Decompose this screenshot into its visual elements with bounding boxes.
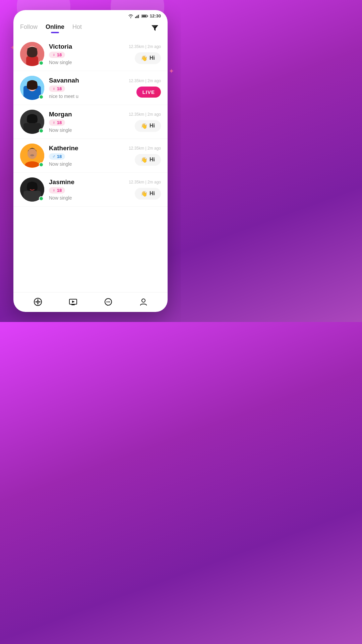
user-meta-morgan: 12.35km | 2m ago 👋 Hi [129, 112, 161, 132]
distance-victoria: 12.35km | 2m ago [129, 44, 161, 49]
user-meta-victoria: 12.35km | 2m ago 👋 Hi [129, 44, 161, 64]
user-status-jasmine: Now single [49, 195, 129, 201]
gender-icon-victoria: ♀ [52, 52, 56, 57]
gender-icon-morgan: ♀ [52, 120, 56, 125]
profile-icon [139, 297, 148, 307]
user-name-morgan: Morgan [49, 111, 129, 118]
age-savannah: 18 [57, 86, 62, 91]
svg-rect-5 [147, 15, 148, 17]
distance-morgan: 12.35km | 2m ago [129, 112, 161, 117]
gender-icon-jasmine: ♀ [52, 188, 56, 193]
svg-rect-2 [138, 15, 139, 18]
nav-item-chat[interactable] [104, 297, 113, 307]
user-info-savannah: Savannah ♀ 18 nice to meet u [49, 77, 129, 99]
avatar-wrap-jasmine [20, 177, 44, 202]
wave-emoji-victoria: 👋 [141, 55, 147, 61]
online-indicator-katherine [39, 162, 44, 167]
svg-rect-1 [136, 16, 137, 18]
nav-item-explore[interactable] [33, 297, 43, 307]
user-meta-jasmine: 12.35km | 2m ago 👋 Hi [129, 180, 161, 200]
tab-hot[interactable]: Hot [72, 23, 82, 33]
avatar-wrap-savannah [20, 76, 44, 100]
user-name-savannah: Savannah [49, 77, 129, 84]
svg-point-40 [142, 299, 145, 302]
user-meta-savannah: 12.35km | 2m ago LIVE [129, 78, 161, 98]
online-indicator-jasmine [39, 196, 44, 201]
user-badge-jasmine: ♀ 18 [49, 187, 65, 194]
user-info-katherine: Katherine ♂ 18 Now single [49, 145, 129, 167]
svg-rect-0 [135, 17, 136, 18]
user-item-jasmine[interactable]: Jasmine ♀ 18 Now single 12.35km | 2m ago… [13, 173, 168, 207]
user-name-victoria: Victoria [49, 43, 129, 50]
signal-icon [135, 14, 140, 18]
status-bar: 12:30 [13, 10, 168, 20]
svg-marker-33 [72, 301, 75, 303]
svg-point-31 [37, 301, 39, 303]
user-status-victoria: Now single [49, 60, 129, 65]
user-name-jasmine: Jasmine [49, 178, 129, 186]
wave-emoji-jasmine: 👋 [141, 191, 147, 197]
age-katherine: 18 [57, 154, 62, 159]
svg-point-37 [106, 302, 107, 303]
chat-icon [104, 297, 113, 307]
svg-rect-3 [139, 14, 140, 18]
user-item-victoria[interactable]: Victoria ♀ 18 Now single 12.35km | 2m ag… [13, 37, 168, 71]
hi-label-katherine: Hi [149, 157, 155, 163]
live-tv-icon [68, 297, 78, 307]
tab-online[interactable]: Online [46, 23, 64, 33]
online-indicator-morgan [39, 128, 44, 133]
hi-label-jasmine: Hi [149, 191, 155, 197]
distance-katherine: 12.35km | 2m ago [129, 146, 161, 151]
svg-point-39 [109, 302, 110, 303]
user-item-savannah[interactable]: Savannah ♀ 18 nice to meet u 12.35km | 2… [13, 71, 168, 105]
online-indicator-victoria [39, 61, 44, 65]
wifi-icon [128, 14, 133, 18]
svg-marker-7 [152, 25, 158, 31]
age-jasmine: 18 [57, 188, 62, 193]
online-indicator-savannah [39, 95, 44, 99]
hi-label-victoria: Hi [149, 55, 155, 61]
wave-emoji-katherine: 👋 [141, 157, 147, 163]
distance-savannah: 12.35km | 2m ago [129, 78, 161, 83]
avatar-wrap-katherine [20, 144, 44, 168]
svg-point-25 [30, 154, 34, 156]
filter-icon [151, 24, 159, 32]
user-item-katherine[interactable]: Katherine ♂ 18 Now single 12.35km | 2m a… [13, 139, 168, 173]
phone-card: 12:30 Follow Online Hot [13, 10, 168, 312]
filter-button[interactable] [149, 22, 161, 34]
hi-button-jasmine[interactable]: 👋 Hi [135, 188, 161, 200]
nav-item-live[interactable] [68, 297, 78, 307]
user-name-katherine: Katherine [49, 145, 129, 152]
svg-rect-35 [73, 304, 73, 305]
bottom-nav [13, 292, 168, 312]
user-info-morgan: Morgan ♀ 18 Now single [49, 111, 129, 133]
hi-button-morgan[interactable]: 👋 Hi [135, 120, 161, 132]
user-status-morgan: Now single [49, 127, 129, 133]
live-button-savannah[interactable]: LIVE [136, 87, 161, 98]
hi-label-morgan: Hi [149, 123, 155, 129]
hi-button-victoria[interactable]: 👋 Hi [135, 52, 161, 64]
user-info-victoria: Victoria ♀ 18 Now single [49, 43, 129, 65]
avatar-wrap-victoria [20, 42, 44, 66]
svg-rect-4 [141, 15, 147, 17]
user-status-savannah: nice to meet u [49, 94, 129, 99]
gender-icon-katherine: ♂ [52, 154, 56, 159]
tabs: Follow Online Hot [20, 23, 82, 33]
user-badge-victoria: ♀ 18 [49, 52, 65, 58]
avatar-wrap-morgan [20, 110, 44, 134]
tab-follow[interactable]: Follow [20, 23, 38, 33]
svg-point-23 [27, 148, 37, 159]
hi-button-katherine[interactable]: 👋 Hi [135, 154, 161, 166]
nav-item-profile[interactable] [139, 297, 148, 307]
gender-icon-savannah: ♀ [52, 86, 56, 91]
user-badge-morgan: ♀ 18 [49, 119, 65, 126]
age-morgan: 18 [57, 120, 62, 125]
svg-rect-6 [142, 15, 146, 17]
user-list: Victoria ♀ 18 Now single 12.35km | 2m ag… [13, 34, 168, 292]
svg-point-38 [108, 302, 109, 303]
svg-rect-11 [26, 56, 38, 66]
user-info-jasmine: Jasmine ♀ 18 Now single [49, 178, 129, 201]
sparkle-decoration-2: ✦ [169, 67, 174, 75]
battery-icon [141, 14, 148, 18]
user-item-morgan[interactable]: Morgan ♀ 18 Now single 12.35km | 2m ago … [13, 105, 168, 139]
